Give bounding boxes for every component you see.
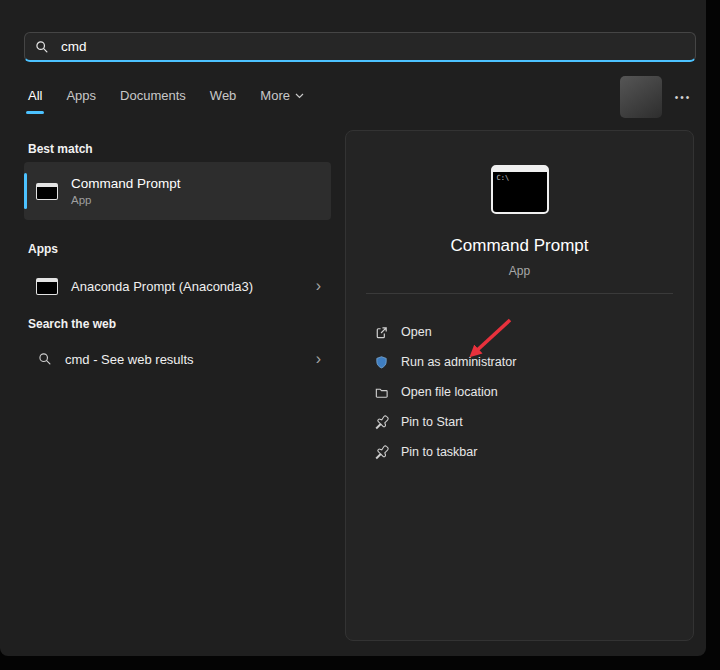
folder-icon bbox=[374, 385, 389, 400]
tab-documents[interactable]: Documents bbox=[120, 88, 186, 114]
account-tile[interactable] bbox=[620, 76, 662, 118]
result-title: cmd - See web results bbox=[65, 352, 316, 367]
action-list: Open Run as administrator Open file loca… bbox=[354, 317, 685, 467]
command-prompt-icon-large: C:\ bbox=[491, 165, 549, 214]
result-web-search[interactable]: cmd - See web results › bbox=[24, 338, 331, 380]
preview-panel: C:\ Command Prompt App Open Run as admin… bbox=[345, 130, 694, 641]
result-subtitle: App bbox=[71, 194, 181, 206]
tab-apps[interactable]: Apps bbox=[66, 88, 96, 114]
open-icon bbox=[374, 325, 389, 340]
terminal-icon bbox=[36, 278, 58, 295]
admin-shield-icon bbox=[374, 355, 389, 370]
preview-subtitle: App bbox=[346, 264, 693, 278]
tab-active-indicator bbox=[26, 111, 44, 114]
result-command-prompt[interactable]: Command Prompt App bbox=[24, 162, 331, 220]
command-prompt-icon bbox=[36, 183, 58, 200]
selection-indicator bbox=[24, 173, 27, 209]
tab-more[interactable]: More bbox=[260, 88, 304, 114]
best-match-heading: Best match bbox=[28, 142, 93, 156]
web-heading: Search the web bbox=[28, 317, 116, 331]
pin-icon bbox=[374, 415, 389, 430]
search-icon bbox=[38, 352, 52, 366]
action-pin-to-taskbar[interactable]: Pin to taskbar bbox=[354, 437, 685, 467]
chevron-down-icon bbox=[295, 93, 304, 99]
apps-heading: Apps bbox=[28, 242, 58, 256]
search-filter-tabs: All Apps Documents Web More bbox=[28, 88, 304, 114]
action-open-file-location[interactable]: Open file location bbox=[354, 377, 685, 407]
divider bbox=[366, 293, 673, 294]
action-open[interactable]: Open bbox=[354, 317, 685, 347]
search-bar bbox=[24, 32, 696, 62]
pin-icon bbox=[374, 445, 389, 460]
search-input[interactable] bbox=[59, 38, 685, 55]
chevron-right-icon: › bbox=[316, 278, 321, 294]
ellipsis-icon: ••• bbox=[675, 92, 692, 103]
preview-title: Command Prompt bbox=[346, 236, 693, 256]
chevron-right-icon: › bbox=[316, 351, 321, 367]
result-title: Command Prompt bbox=[71, 176, 181, 191]
tab-web[interactable]: Web bbox=[210, 88, 237, 114]
search-flyout: All Apps Documents Web More ••• Best mat… bbox=[0, 0, 706, 656]
prompt-text: C:\ bbox=[497, 174, 510, 182]
search-icon bbox=[35, 40, 49, 54]
options-button[interactable]: ••• bbox=[664, 76, 702, 118]
action-run-as-administrator[interactable]: Run as administrator bbox=[354, 347, 685, 377]
result-anaconda-prompt[interactable]: Anaconda Prompt (Anaconda3) › bbox=[24, 264, 331, 308]
tab-all[interactable]: All bbox=[28, 88, 42, 114]
result-title: Anaconda Prompt (Anaconda3) bbox=[71, 279, 316, 294]
action-pin-to-start[interactable]: Pin to Start bbox=[354, 407, 685, 437]
